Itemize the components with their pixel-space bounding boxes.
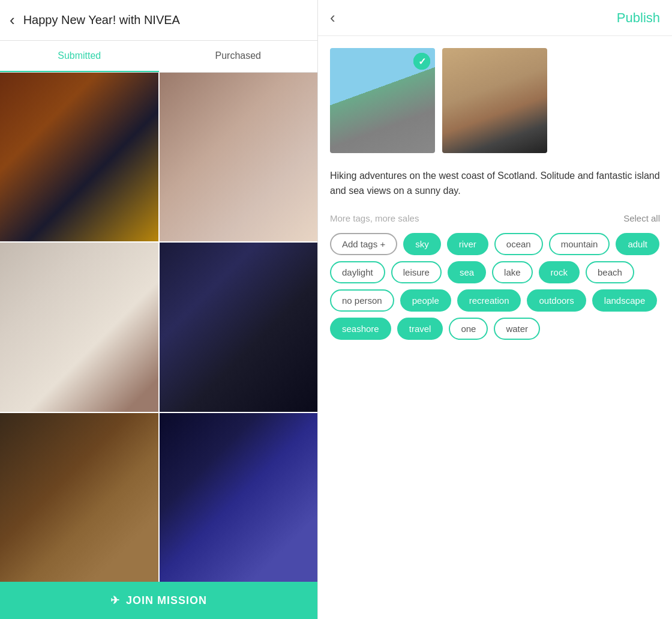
mission-icon: ✈ [110, 594, 120, 607]
publish-button[interactable]: Publish [617, 10, 660, 26]
tag-item[interactable]: recreation [457, 289, 521, 312]
tag-item[interactable]: landscape [592, 289, 657, 312]
tag-item[interactable]: lake [492, 261, 533, 283]
grid-cell-makeup1[interactable] [160, 73, 318, 241]
tag-item[interactable]: ocean [494, 233, 543, 255]
tag-item[interactable]: one [449, 318, 488, 340]
tags-hint: More tags, more sales [330, 213, 419, 223]
grid-cell-bottom1[interactable] [0, 413, 158, 582]
tabs-bar: Submitted Purchased [0, 41, 317, 73]
grid-cell-lotion[interactable] [160, 243, 318, 411]
tags-container: Add tags + skyriveroceanmountainadultday… [318, 228, 672, 352]
tag-item[interactable]: adult [616, 233, 659, 255]
tag-item[interactable]: sea [448, 261, 486, 283]
tag-item[interactable]: sky [403, 233, 441, 255]
grid-cell-champagne[interactable] [0, 73, 158, 241]
tag-item[interactable]: people [400, 289, 451, 312]
tag-item[interactable]: river [447, 233, 488, 255]
tag-item[interactable]: rock [539, 261, 580, 283]
add-tags-button[interactable]: Add tags + [330, 233, 397, 255]
description-text: Hiking adventures on the west coast of S… [330, 169, 660, 199]
thumbnail-hiking[interactable]: ✓ [330, 48, 435, 153]
tag-item[interactable]: seashore [330, 318, 391, 340]
description-area: Hiking adventures on the west coast of S… [318, 159, 672, 205]
tag-item[interactable]: outdoors [527, 289, 586, 312]
left-header: ‹ Happy New Year! with NIVEA [0, 0, 317, 41]
tag-item[interactable]: beach [586, 261, 634, 283]
selected-checkmark: ✓ [413, 53, 430, 70]
tag-item[interactable]: travel [397, 318, 443, 340]
join-mission-button[interactable]: ✈ JOIN MISSION [0, 582, 317, 619]
left-panel: ‹ Happy New Year! with NIVEA Submitted P… [0, 0, 318, 619]
select-all-button[interactable]: Select all [623, 213, 660, 223]
photo-thumbnails: ✓ [318, 36, 672, 159]
tag-item[interactable]: daylight [330, 261, 385, 283]
tag-item[interactable]: leisure [391, 261, 442, 283]
page-title: Happy New Year! with NIVEA [23, 13, 180, 27]
grid-cell-bottom2[interactable] [160, 413, 318, 582]
right-back-button[interactable]: ‹ [330, 8, 335, 27]
right-header: ‹ Publish [318, 0, 672, 36]
image-grid [0, 73, 317, 582]
thumbnail-dog[interactable] [442, 48, 547, 153]
tag-item[interactable]: water [494, 318, 540, 340]
right-panel: ‹ Publish ✓ Hiking adventures on the wes… [318, 0, 672, 619]
tag-item[interactable]: no person [330, 289, 394, 312]
tab-purchased[interactable]: Purchased [159, 41, 318, 72]
tag-item[interactable]: mountain [549, 233, 610, 255]
grid-cell-makeup2[interactable] [0, 243, 158, 411]
tags-header: More tags, more sales Select all [318, 205, 672, 228]
left-back-button[interactable]: ‹ [10, 11, 15, 29]
join-mission-label: JOIN MISSION [126, 594, 207, 607]
tab-submitted[interactable]: Submitted [0, 41, 159, 72]
